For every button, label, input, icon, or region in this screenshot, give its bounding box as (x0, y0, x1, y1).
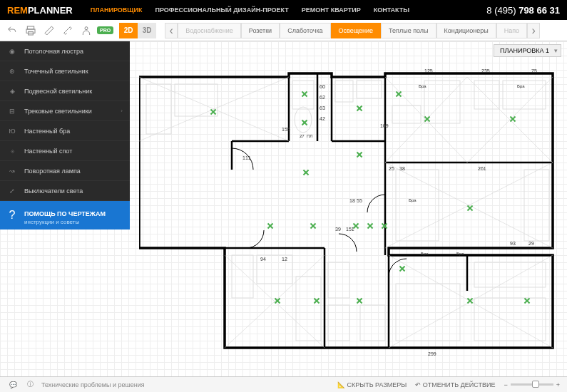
light-fixture[interactable] (210, 109, 216, 115)
tool-switches[interactable]: ⤢Выключатели света (0, 181, 130, 201)
info-icon[interactable]: ⓘ (24, 379, 36, 391)
switch-icon: ⤢ (7, 186, 17, 196)
svg-rect-26 (396, 170, 439, 241)
floorplan[interactable]: 125235751556062634227ПЛ10911125381855261… (139, 70, 560, 372)
help-title: ПОМОЩЬ ПО ЧЕРТЕЖАМ (24, 210, 106, 217)
tool-spotlight[interactable]: ⊛Точечный светильник (0, 61, 130, 81)
zoom-in[interactable]: + (556, 381, 560, 388)
dimension-label: 27 (300, 134, 305, 138)
wallspot-icon: ⟐ (7, 146, 17, 156)
tool-pendant[interactable]: ◈Подвесной светильник (0, 81, 130, 101)
sidebar-label: Точечный светильник (24, 68, 88, 75)
hide-sizes-button[interactable]: 📐 СКРЫТЬ РАЗМЕРЫ (337, 381, 407, 388)
svg-rect-36 (474, 298, 546, 341)
nav-design[interactable]: ПРОФЕССИОНАЛЬНЫЙ ДИЗАЙН-ПРОЕКТ (155, 6, 289, 14)
light-fixture[interactable] (314, 298, 320, 304)
layer-more[interactable]: Напо (496, 23, 527, 38)
dimension-label: 235 (481, 68, 490, 73)
pendant-icon: ◈ (7, 86, 17, 96)
light-fixture[interactable] (382, 223, 387, 229)
dimension-label: 29 (528, 241, 534, 246)
light-fixture[interactable] (467, 298, 473, 304)
tools-icon[interactable] (60, 23, 76, 38)
light-fixture[interactable] (275, 298, 280, 304)
light-fixture[interactable] (424, 116, 430, 122)
layer-lighting[interactable]: Освещение (331, 23, 382, 38)
dimension-label: 60 (320, 84, 325, 89)
light-fixture[interactable] (357, 152, 362, 158)
dimension-label: 38 (399, 166, 405, 171)
svg-rect-25 (474, 81, 499, 109)
dimension-label: Бра (409, 198, 417, 202)
nav-contacts[interactable]: КОНТАКТЫ (374, 6, 409, 14)
dimension-label: 155 (282, 127, 290, 132)
main-nav: ПЛАНИРОВЩИК ПРОФЕССИОНАЛЬНЫЙ ДИЗАЙН-ПРОЕ… (91, 6, 487, 14)
person-icon[interactable] (78, 23, 94, 38)
svg-rect-34 (396, 284, 460, 341)
dimension-label: 12 (282, 257, 287, 262)
nav-repair[interactable]: РЕМОНТ КВАРТИР (302, 6, 361, 14)
nav-planner[interactable]: ПЛАНИРОВЩИК (91, 6, 143, 14)
zoom-control: − + (504, 381, 560, 388)
light-fixture[interactable] (399, 266, 405, 272)
chandelier-icon: ◉ (7, 46, 17, 56)
view-toggle: 2D 3D (119, 23, 156, 38)
layer-prev[interactable]: ‹ (165, 23, 178, 38)
light-fixture[interactable] (267, 223, 273, 229)
sidebar-label: Выключатели света (24, 187, 83, 195)
logo[interactable]: REMPLANNER (7, 5, 73, 16)
light-fixture[interactable] (510, 116, 516, 122)
light-fixture[interactable] (302, 120, 307, 125)
spot-icon: ⊛ (7, 66, 17, 76)
undo-icon[interactable] (4, 23, 20, 38)
tool-sconce[interactable]: ЮНастенный бра (0, 121, 130, 141)
zoom-out[interactable]: − (504, 381, 507, 388)
undo-button[interactable]: ↶ ОТМЕНИТЬ ДЕЙСТВИЕ (415, 381, 495, 388)
layer-lowcurrent[interactable]: Слаботочка (280, 23, 330, 38)
light-fixture[interactable] (367, 223, 373, 229)
print-icon[interactable] (23, 23, 39, 38)
light-fixture[interactable] (524, 298, 530, 304)
light-fixture[interactable] (357, 298, 362, 304)
help-icon: ? (7, 210, 17, 220)
sidebar-label: Трековые светильники (24, 108, 92, 115)
tool-ceiling-chandelier[interactable]: ◉Потолочная люстра (0, 41, 130, 61)
sidebar-label: Настенный бра (24, 128, 70, 135)
layer-ac[interactable]: Кондиционеры (436, 23, 496, 38)
light-fixture[interactable] (357, 105, 362, 111)
sidebar-label: Потолочная люстра (24, 48, 83, 55)
light-fixture[interactable] (303, 170, 309, 175)
tool-wallspot[interactable]: ⟐Настенный спот (0, 141, 130, 161)
light-fixture[interactable] (310, 223, 316, 229)
svg-rect-16 (146, 84, 171, 134)
ruler-icon[interactable] (41, 23, 57, 38)
tool-track[interactable]: ⊟Трековые светильники› (0, 101, 130, 121)
dimension-label: 25 (389, 166, 394, 171)
pro-badge[interactable]: PRO (97, 26, 113, 34)
light-fixture[interactable] (396, 91, 402, 97)
dimension-label: 75 (531, 68, 537, 73)
layer-floors[interactable]: Теплые полы (381, 23, 436, 38)
svg-rect-20 (335, 81, 353, 102)
logo-planner: PLANNER (28, 5, 73, 16)
view-3d[interactable]: 3D (138, 23, 156, 38)
dimension-label: Бра (421, 252, 429, 256)
tech-problems-link[interactable]: Технические проблемы и решения (41, 381, 145, 388)
chat-icon[interactable]: 💬 (7, 379, 19, 391)
view-2d[interactable]: 2D (119, 23, 138, 38)
header: REMPLANNER ПЛАНИРОВЩИК ПРОФЕССИОНАЛЬНЫЙ … (0, 0, 567, 20)
layer-sockets[interactable]: Розетки (241, 23, 280, 38)
layer-next[interactable]: › (527, 23, 540, 38)
light-fixture[interactable] (467, 205, 473, 211)
swivel-icon: ↝ (7, 166, 17, 176)
zoom-slider[interactable] (511, 383, 553, 386)
sidebar: ◉Потолочная люстра ⊛Точечный светильник … (0, 41, 130, 229)
layout-dropdown[interactable]: ПЛАНИРОВКА 1 (494, 44, 561, 57)
layer-tabs: ‹ Водоснабжение Розетки Слаботочка Освещ… (165, 23, 563, 38)
help-sub: инструкции и советы (24, 219, 106, 225)
svg-rect-1 (26, 29, 35, 33)
tool-swivel[interactable]: ↝Поворотная лампа (0, 161, 130, 181)
help-button[interactable]: ? ПОМОЩЬ ПО ЧЕРТЕЖАМинструкции и советы (0, 201, 130, 229)
layer-water[interactable]: Водоснабжение (178, 23, 241, 38)
light-fixture[interactable] (302, 91, 307, 97)
